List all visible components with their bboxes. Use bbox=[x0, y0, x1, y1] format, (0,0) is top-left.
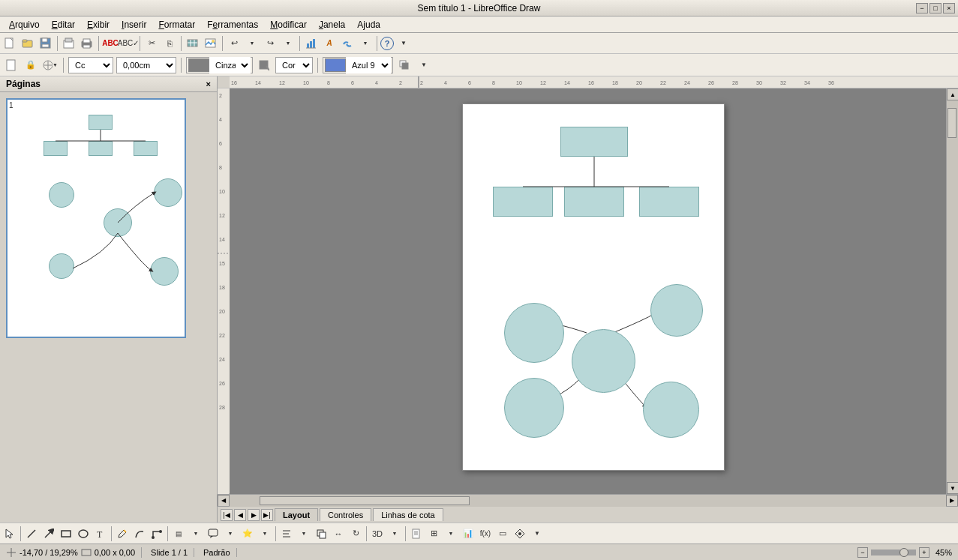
scroll-thumb[interactable] bbox=[947, 108, 956, 138]
insert-image-btn[interactable] bbox=[203, 35, 219, 52]
insert-table-btn[interactable] bbox=[185, 35, 201, 52]
tb2-nav-dropdown-btn[interactable]: ▼ bbox=[42, 57, 59, 73]
hscroll-right-btn[interactable]: ▶ bbox=[946, 495, 958, 507]
scroll-up-btn[interactable]: ▲ bbox=[947, 88, 958, 100]
menu-ajuda[interactable]: Ajuda bbox=[351, 18, 386, 31]
help-btn[interactable]: ? bbox=[380, 37, 394, 50]
rect-tool[interactable] bbox=[58, 526, 74, 542]
pages-panel-close[interactable]: × bbox=[206, 79, 211, 88]
tb2-icon-btn[interactable] bbox=[3, 57, 20, 73]
circle-right-top[interactable] bbox=[650, 284, 703, 337]
table-dropdown[interactable]: ▼ bbox=[443, 526, 459, 542]
autocorrect-btn[interactable]: ABC✓ bbox=[120, 35, 137, 52]
snap-btn[interactable] bbox=[512, 526, 528, 542]
copy-btn[interactable]: ⎘ bbox=[161, 35, 178, 52]
line-tool[interactable] bbox=[23, 526, 40, 542]
open-btn[interactable] bbox=[20, 35, 36, 52]
line-width-select[interactable]: 0,00cm bbox=[116, 57, 176, 73]
spellcheck-btn[interactable]: ABC bbox=[102, 35, 119, 52]
menu-janela[interactable]: Janela bbox=[313, 18, 351, 31]
toolbar-extra-btn[interactable]: ▼ bbox=[395, 35, 412, 52]
menu-inserir[interactable]: Inserir bbox=[116, 18, 152, 31]
shadow-btn[interactable] bbox=[396, 57, 413, 73]
circle-left[interactable] bbox=[504, 303, 564, 363]
flowchart-tool[interactable]: ▤ bbox=[170, 526, 187, 542]
callout-dropdown[interactable]: ▼ bbox=[222, 526, 239, 542]
threed-dropdown[interactable]: ▼ bbox=[386, 526, 403, 542]
circle-bottom-left[interactable] bbox=[504, 378, 564, 438]
page-1-thumbnail[interactable]: 1 bbox=[6, 98, 186, 338]
tab-nav-next[interactable]: ▶ bbox=[248, 509, 260, 521]
table-tool[interactable]: ⊞ bbox=[425, 526, 442, 542]
tab-linhas-de-cota[interactable]: Linhas de cota bbox=[373, 508, 443, 521]
line-color-select[interactable]: Azul 9 bbox=[346, 57, 391, 73]
ellipse-tool[interactable] bbox=[75, 526, 92, 542]
tab-nav-prev[interactable]: ◀ bbox=[234, 509, 246, 521]
tab-nav-last[interactable]: ▶| bbox=[261, 509, 273, 521]
fontwork-btn[interactable]: A bbox=[321, 35, 338, 52]
tab-nav-first[interactable]: |◀ bbox=[221, 509, 233, 521]
textbox-tool[interactable]: ▭ bbox=[494, 526, 511, 542]
fill-type-select[interactable]: Cor bbox=[275, 57, 313, 73]
menu-exibir[interactable]: Exibir bbox=[81, 18, 116, 31]
hyperlink-btn[interactable] bbox=[339, 35, 356, 52]
org-center-rect[interactable] bbox=[564, 187, 624, 217]
minimize-button[interactable]: − bbox=[916, 3, 928, 13]
undo-dropdown-btn[interactable]: ▼ bbox=[244, 35, 260, 52]
tab-controles[interactable]: Controles bbox=[320, 508, 371, 521]
print-btn[interactable] bbox=[79, 35, 95, 52]
close-button[interactable]: × bbox=[943, 3, 955, 13]
stars-tool[interactable]: ⭐ bbox=[239, 526, 256, 542]
connector-tool[interactable] bbox=[149, 526, 165, 542]
flowchart-dropdown[interactable]: ▼ bbox=[188, 526, 204, 542]
chart-tool[interactable]: 📊 bbox=[460, 526, 476, 542]
menu-modificar[interactable]: Modificar bbox=[264, 18, 313, 31]
scroll-down-btn[interactable]: ▼ bbox=[947, 482, 958, 494]
fill-color-select[interactable]: Cinza bbox=[209, 57, 251, 73]
redo-dropdown-btn[interactable]: ▼ bbox=[280, 35, 296, 52]
undo-btn[interactable]: ↩ bbox=[226, 35, 242, 52]
align-tool[interactable] bbox=[278, 526, 295, 542]
vertical-scrollbar[interactable]: ▲ ▼ bbox=[946, 88, 958, 494]
align-dropdown[interactable]: ▼ bbox=[296, 526, 312, 542]
chart-btn[interactable] bbox=[303, 35, 320, 52]
new-btn[interactable] bbox=[2, 35, 18, 52]
save-btn[interactable] bbox=[38, 35, 54, 52]
stars-dropdown[interactable]: ▼ bbox=[257, 526, 273, 542]
tb2-extra-btn[interactable]: ▼ bbox=[416, 57, 432, 73]
org-right-rect[interactable] bbox=[639, 187, 699, 217]
org-left-rect[interactable] bbox=[493, 187, 553, 217]
zoom-out-btn[interactable]: − bbox=[857, 547, 868, 558]
print-preview-btn[interactable] bbox=[61, 35, 77, 52]
insert-from-file-btn[interactable] bbox=[408, 526, 425, 542]
line-style-select[interactable]: Cc bbox=[68, 57, 113, 73]
formula-btn[interactable]: f(x) bbox=[477, 526, 494, 542]
tb2-lock-btn[interactable]: 🔒 bbox=[23, 57, 39, 73]
menu-ferramentas[interactable]: Ferramentas bbox=[201, 18, 264, 31]
org-top-rect[interactable] bbox=[560, 127, 628, 157]
zoom-handle[interactable] bbox=[899, 548, 908, 557]
menu-editar[interactable]: Editar bbox=[46, 18, 81, 31]
scroll-track[interactable] bbox=[947, 100, 958, 482]
flip-tool[interactable]: ↔ bbox=[330, 526, 347, 542]
curve-tool[interactable] bbox=[131, 526, 148, 542]
select-tool[interactable] bbox=[2, 526, 18, 542]
menu-arquivo[interactable]: Arquivo bbox=[3, 18, 46, 31]
menu-formatar[interactable]: Formatar bbox=[152, 18, 201, 31]
rotate-tool[interactable]: ↻ bbox=[347, 526, 364, 542]
callout-tool[interactable] bbox=[205, 526, 221, 542]
transform-tool[interactable] bbox=[313, 526, 329, 542]
navigator-dropdown-btn[interactable]: ▼ bbox=[357, 35, 374, 52]
fill-type-icon[interactable] bbox=[256, 57, 272, 73]
circle-center[interactable] bbox=[572, 329, 635, 393]
pencil-tool[interactable] bbox=[114, 526, 131, 542]
text-tool[interactable]: T bbox=[92, 526, 109, 542]
redo-btn[interactable]: ↪ bbox=[262, 35, 278, 52]
extra-draw-btn[interactable]: ▼ bbox=[529, 526, 545, 542]
zoom-slider[interactable] bbox=[871, 550, 916, 556]
tab-layout[interactable]: Layout bbox=[275, 508, 318, 521]
arrow-tool[interactable] bbox=[41, 526, 57, 542]
zoom-in-btn[interactable]: + bbox=[919, 547, 929, 558]
hscroll-left-btn[interactable]: ◀ bbox=[218, 495, 230, 507]
hscroll-thumb[interactable] bbox=[260, 496, 470, 505]
